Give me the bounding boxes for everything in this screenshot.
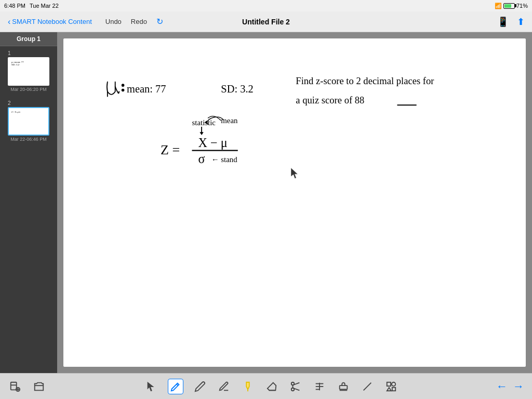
share-button[interactable]: ⬆ xyxy=(515,15,527,29)
whiteboard[interactable]: mean: 77 SD: 3.2 Find z-score to 2 decim… xyxy=(63,38,526,367)
svg-text:Find z-score  to 2 decimal pla: Find z-score to 2 decimal places for xyxy=(296,75,434,86)
undo-button[interactable]: Undo xyxy=(103,16,124,27)
thumb-image-1: μ: mean: 77 SD: 3.2 xyxy=(8,57,49,86)
svg-line-37 xyxy=(364,382,371,390)
svg-marker-23 xyxy=(148,381,154,391)
status-day: Tue Mar 22 xyxy=(30,3,59,9)
mouse-cursor xyxy=(291,168,298,178)
svg-marker-40 xyxy=(387,387,391,390)
refresh-button[interactable]: ↻ xyxy=(154,15,166,28)
stamp-tool-button[interactable] xyxy=(336,379,351,394)
status-bar: 6:48 PM Tue Mar 22 📶 71% xyxy=(0,0,532,11)
page-number-1: 1 xyxy=(8,50,49,56)
svg-text:a  quiz  score  of  88: a quiz score of 88 xyxy=(296,95,364,105)
battery-percent: 71% xyxy=(516,3,528,9)
tool-group-center xyxy=(144,379,398,394)
line1-text: mean: 77 SD: 3.2 xyxy=(107,82,254,97)
handwriting-canvas: mean: 77 SD: 3.2 Find z-score to 2 decim… xyxy=(63,38,526,367)
eraser-tool-button[interactable] xyxy=(264,379,279,394)
page-thumb-1[interactable]: 1 μ: mean: 77 SD: 3.2 Mar 20-06:20 PM xyxy=(8,50,49,92)
svg-rect-41 xyxy=(392,387,395,390)
prev-page-button[interactable]: ← xyxy=(496,380,508,393)
select-tool-button[interactable] xyxy=(144,379,158,394)
svg-marker-16 xyxy=(200,132,203,135)
text-tool-button[interactable] xyxy=(312,379,327,394)
status-icons: 📶 71% xyxy=(495,3,528,9)
redo-button[interactable]: Redo xyxy=(128,16,150,27)
pen-tool-button[interactable] xyxy=(168,379,183,394)
svg-text:X − μ: X − μ xyxy=(198,136,228,150)
page-number-2: 2 xyxy=(8,100,49,106)
svg-text:statistic: statistic xyxy=(192,118,216,127)
svg-text:σ: σ xyxy=(198,152,205,166)
tool-group-left xyxy=(8,379,46,394)
group-label: Group 1 xyxy=(0,32,57,46)
thumb-image-2: Z = X–μ/σ xyxy=(8,107,49,136)
canvas-area: mean: 77 SD: 3.2 Find z-score to 2 decim… xyxy=(57,32,532,373)
new-file-button[interactable] xyxy=(8,379,22,394)
svg-marker-18 xyxy=(291,168,298,178)
svg-rect-38 xyxy=(387,382,391,385)
svg-point-0 xyxy=(122,84,124,86)
page-thumb-2[interactable]: 2 Z = X–μ/σ Mar 22-06:46 PM xyxy=(8,100,49,142)
next-page-button[interactable]: → xyxy=(513,380,524,393)
page-sidebar: Group 1 1 μ: mean: 77 SD: 3.2 Mar 20-06:… xyxy=(0,32,57,373)
highlighter-tool-button[interactable] xyxy=(241,379,255,394)
shapes-tool-button[interactable] xyxy=(384,379,398,394)
marker-tool-button[interactable] xyxy=(217,379,231,394)
back-arrow-icon: ‹ xyxy=(8,17,10,26)
bottom-toolbar: ← → xyxy=(0,373,532,399)
svg-text:SD: 3.2: SD: 3.2 xyxy=(221,83,253,95)
main-toolbar: ‹ SMART Notebook Content Undo Redo ↻ Unt… xyxy=(0,11,532,32)
page-date-2: Mar 22-06:46 PM xyxy=(8,137,49,142)
svg-text:mean: 77: mean: 77 xyxy=(127,83,166,95)
page-date-1: Mar 20-06:20 PM xyxy=(8,87,49,92)
pencil-tool-button[interactable] xyxy=(193,379,207,394)
nav-arrow-group: ← → xyxy=(496,380,524,393)
wifi-icon: 📶 xyxy=(495,3,502,9)
back-button[interactable]: ‹ SMART Notebook Content xyxy=(5,16,95,28)
line-tool-button[interactable] xyxy=(360,379,375,394)
battery-icon xyxy=(503,3,515,9)
open-file-button[interactable] xyxy=(32,379,46,394)
svg-rect-35 xyxy=(340,385,348,389)
status-time: 6:48 PM xyxy=(4,3,25,9)
svg-text:mean: mean xyxy=(221,116,238,125)
document-title: Untitled File 2 xyxy=(242,18,290,26)
svg-text:Z =: Z = xyxy=(161,142,180,157)
svg-text:← stand: ← stand xyxy=(211,155,238,164)
svg-point-39 xyxy=(392,382,395,385)
svg-point-1 xyxy=(122,89,124,91)
ipad-icon-button[interactable]: 📱 xyxy=(495,15,511,29)
delete-tool-button[interactable] xyxy=(288,379,303,394)
